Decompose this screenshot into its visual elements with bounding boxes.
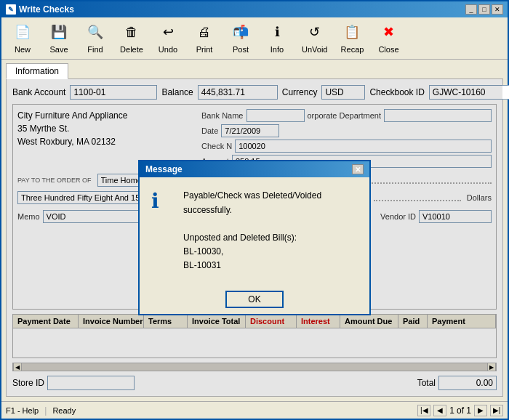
dialog-message-line3: BL-10030,	[183, 245, 358, 259]
minimize-button[interactable]: _	[465, 4, 477, 15]
delete-button[interactable]: 🗑 Delete	[115, 18, 148, 56]
help-text: F1 - Help	[6, 406, 39, 415]
info-label: Info	[270, 45, 284, 54]
post-label: Post	[233, 45, 249, 54]
dialog-close-button[interactable]: ✕	[352, 164, 364, 174]
toolbar: 📄 New 💾 Save 🔍 Find 🗑 Delete ↩ Undo 🖨 Pr…	[1, 17, 508, 60]
maximize-button[interactable]: □	[478, 4, 490, 15]
unvoid-label: UnVoid	[302, 45, 327, 54]
main-content: Bank Account Balance Currency Checkbook …	[6, 78, 503, 397]
print-icon: 🖨	[193, 20, 216, 44]
status-bar: F1 - Help | Ready |◀ ◀ 1 of 1 ▶ ▶|	[1, 401, 508, 419]
tabs-area: Information	[1, 60, 508, 78]
first-page-button[interactable]: |◀	[417, 405, 430, 416]
new-label: New	[15, 45, 31, 54]
nav-controls: |◀ ◀ 1 of 1 ▶ ▶|	[417, 405, 503, 416]
recap-button[interactable]: 📋 Recap	[335, 18, 369, 56]
close-label: Close	[378, 45, 398, 54]
find-label: Find	[87, 45, 103, 54]
undo-label: Undo	[159, 45, 177, 54]
title-bar-controls: _ □ ✕	[465, 4, 503, 15]
recap-icon: 📋	[340, 20, 364, 44]
unvoid-button[interactable]: ↺ UnVoid	[297, 18, 332, 56]
next-page-button[interactable]: ▶	[474, 405, 487, 416]
unvoid-icon: ↺	[303, 20, 326, 44]
save-icon: 💾	[47, 20, 71, 44]
delete-label: Delete	[120, 45, 143, 54]
close-window-button[interactable]: ✕	[492, 4, 503, 15]
print-label: Print	[196, 45, 213, 54]
message-dialog: Message ✕ ℹ Payable/Check was Deleted/Vo…	[138, 160, 371, 315]
title-bar: ✎ Write Checks _ □ ✕	[1, 1, 508, 17]
dialog-info-icon: ℹ	[151, 189, 175, 272]
main-window: ✎ Write Checks _ □ ✕ 📄 New 💾 Save 🔍 Find…	[0, 0, 509, 420]
prev-page-button[interactable]: ◀	[433, 405, 446, 416]
recap-label: Recap	[341, 45, 364, 54]
new-button[interactable]: 📄 New	[6, 18, 39, 56]
find-icon: 🔍	[84, 20, 107, 44]
ok-button[interactable]: OK	[225, 291, 284, 308]
dialog-text: Payable/Check was Deleted/Voided success…	[183, 189, 358, 272]
dialog-footer: OK	[140, 285, 369, 314]
dialog-title-text: Message	[145, 164, 183, 174]
close-button[interactable]: ✖ Close	[372, 18, 405, 56]
dialog-title-bar: Message ✕	[140, 161, 369, 177]
status-left: F1 - Help | Ready	[6, 405, 76, 416]
page-info: 1 of 1	[449, 405, 471, 416]
ready-text: Ready	[52, 406, 76, 415]
window-title: Write Checks	[19, 4, 74, 15]
undo-button[interactable]: ↩ Undo	[151, 18, 185, 56]
dialog-message-line4: BL-10031	[183, 259, 358, 272]
last-page-button[interactable]: ▶|	[490, 405, 503, 416]
post-button[interactable]: 📬 Post	[224, 18, 257, 56]
undo-icon: ↩	[156, 20, 180, 44]
dialog-message-line2: Unposted and Deleted Bill(s):	[183, 231, 358, 245]
dialog-body: ℹ Payable/Check was Deleted/Voided succe…	[140, 177, 369, 284]
info-button[interactable]: ℹ Info	[260, 18, 294, 56]
find-button[interactable]: 🔍 Find	[79, 18, 112, 56]
title-bar-left: ✎ Write Checks	[6, 4, 74, 15]
post-icon: 📬	[229, 20, 252, 44]
close-icon: ✖	[377, 20, 400, 44]
save-button[interactable]: 💾 Save	[42, 18, 76, 56]
app-icon: ✎	[6, 4, 16, 15]
dialog-overlay: Message ✕ ℹ Payable/Check was Deleted/Vo…	[7, 79, 502, 396]
tab-information[interactable]: Information	[6, 63, 68, 79]
info-icon: ℹ	[265, 20, 289, 44]
print-button[interactable]: 🖨 Print	[188, 18, 221, 56]
save-label: Save	[49, 45, 68, 54]
delete-icon: 🗑	[120, 20, 143, 44]
new-icon: 📄	[11, 20, 34, 44]
dialog-message-line1: Payable/Check was Deleted/Voided success…	[183, 189, 358, 217]
